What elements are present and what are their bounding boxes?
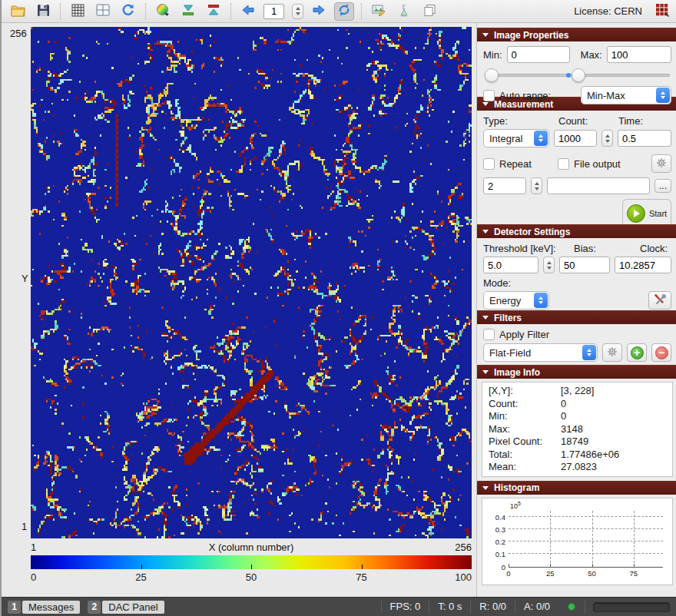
range-mode-select[interactable]: Min-Max [581, 86, 671, 104]
clock-input[interactable] [615, 257, 671, 273]
file-output-label: File output [574, 158, 621, 170]
grid-view-button[interactable] [68, 2, 88, 21]
repeat-count-stepper[interactable] [531, 177, 542, 194]
max-input[interactable] [607, 46, 671, 63]
fps-indicator: FPS: 0 [381, 600, 429, 614]
section-header-image-info[interactable]: Image Info [477, 365, 676, 379]
copy-frame-button[interactable] [419, 2, 439, 21]
gear-icon [607, 346, 618, 359]
measurement-type-select[interactable]: Integral [483, 129, 549, 147]
chevron-updown-icon [534, 131, 548, 146]
remove-filter-button[interactable]: − [651, 343, 671, 362]
info-label: Total: [489, 449, 561, 462]
set-level-min-button[interactable] [178, 2, 198, 21]
min-slider-handle[interactable] [485, 68, 499, 82]
colorbar-tick-label: 75 [356, 571, 366, 583]
x-tick [550, 564, 551, 567]
x-tick [592, 564, 593, 567]
frame-number-input[interactable] [263, 4, 284, 19]
file-path-input[interactable] [547, 177, 650, 194]
time-input[interactable] [618, 130, 671, 147]
collapse-triangle-icon [482, 486, 489, 490]
image-edit-button[interactable] [369, 2, 389, 21]
section-header-filters[interactable]: Filters [477, 310, 676, 324]
section-title: Image Properties [494, 30, 568, 41]
browse-button[interactable]: ... [654, 179, 671, 193]
count-label: Count: [558, 115, 614, 127]
file-output-checkbox[interactable] [558, 158, 569, 170]
info-value: 1.77486e+06 [561, 449, 619, 462]
info-row: Total:1.77486e+06 [489, 449, 666, 462]
frame-number-stepper[interactable] [292, 4, 303, 19]
min-input[interactable] [507, 46, 570, 63]
mode-label: Mode: [483, 277, 511, 289]
color-map-button[interactable] [153, 2, 173, 21]
bias-label: Bias: [574, 243, 625, 254]
tab-dac-panel[interactable]: 2 DAC Panel [88, 601, 164, 614]
detector-image[interactable] [31, 27, 472, 538]
level-max-icon [207, 4, 220, 18]
x-axis-row: 1 X (column number) 256 [31, 541, 472, 554]
browse-label: ... [659, 180, 667, 191]
count-input[interactable] [554, 130, 597, 147]
apply-filter-checkbox[interactable] [483, 329, 495, 340]
tab-label: Messages [22, 601, 80, 614]
max-label: Max: [581, 49, 602, 61]
filter-select[interactable]: Flat-Field [483, 343, 598, 362]
set-level-max-button[interactable] [204, 2, 224, 21]
y-tick-label: 0.2 [495, 538, 505, 546]
colorbar-labels: 0 25 50 75 100 [31, 571, 472, 584]
info-label: Min: [489, 410, 561, 423]
colorbar-tick [141, 565, 142, 569]
add-filter-button[interactable]: + [627, 343, 647, 362]
section-title: Detector Settings [494, 227, 570, 237]
toolbar-divider [230, 3, 231, 20]
bias-input[interactable] [559, 257, 610, 273]
info-row: [X,Y]:[3, 228] [489, 385, 666, 398]
gridline [509, 516, 663, 517]
range-slider[interactable] [485, 67, 670, 84]
x-tick [634, 564, 635, 567]
app-logo-icon [655, 3, 670, 19]
refresh-button[interactable] [118, 2, 138, 21]
refresh-icon [121, 3, 135, 19]
info-row: Max:3148 [489, 423, 666, 436]
section-header-histogram[interactable]: Histogram [477, 481, 676, 495]
filter-settings-button[interactable] [602, 343, 622, 362]
auto-range-checkbox[interactable] [483, 90, 495, 101]
section-header-image-properties[interactable]: Image Properties [477, 28, 676, 41]
detector-settings-body: Threshold [keV]: Bias: Clock: Mode: Ener… [477, 238, 676, 310]
info-row: Mean:27.0823 [489, 461, 666, 474]
threshold-stepper[interactable] [543, 257, 555, 273]
x-tick-label: 0 [506, 569, 510, 578]
start-label: Start [649, 209, 667, 218]
tab-messages[interactable]: 1 Messages [8, 601, 80, 614]
colorbar-tick-label: 0 [31, 571, 36, 583]
count-stepper[interactable] [601, 130, 613, 147]
info-row: Pixel Count:18749 [489, 436, 666, 449]
flask-icon [398, 4, 410, 19]
y-axis-title: Y [22, 273, 28, 284]
next-frame-button[interactable] [309, 2, 329, 21]
y-axis-max-label: 256 [10, 28, 27, 39]
mode-select[interactable]: Energy [483, 291, 549, 310]
threshold-input[interactable] [483, 257, 538, 273]
advanced-settings-button[interactable] [648, 291, 671, 310]
repeat-count-input[interactable] [483, 177, 526, 194]
test-pulse-button[interactable] [394, 2, 414, 21]
image-properties-body: Min: Max: Auto range: Min-Max [477, 41, 676, 97]
section-header-detector-settings[interactable]: Detector Settings [477, 224, 676, 238]
file-output-settings-button[interactable] [651, 154, 671, 173]
prev-frame-button[interactable] [238, 2, 258, 21]
minus-icon: − [655, 346, 668, 359]
chevron-updown-icon [582, 345, 596, 360]
open-folder-button[interactable] [8, 2, 28, 21]
collapse-triangle-icon [482, 370, 489, 374]
save-button[interactable] [33, 2, 53, 21]
max-slider-handle[interactable] [572, 68, 585, 82]
repeat-checkbox[interactable] [483, 158, 495, 170]
repeat-label: Repeat [499, 158, 553, 170]
loop-acquisition-button[interactable] [334, 2, 354, 21]
split-view-button[interactable] [93, 2, 113, 21]
plus-icon: + [631, 346, 644, 359]
